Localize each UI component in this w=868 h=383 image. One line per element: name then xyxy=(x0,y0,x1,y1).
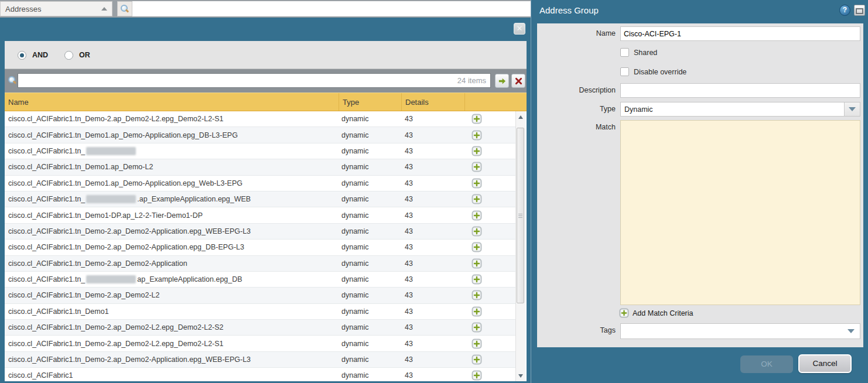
and-radio[interactable] xyxy=(18,51,26,60)
row-type: dynamic xyxy=(341,304,400,319)
and-radio-label: AND xyxy=(32,51,48,59)
column-header-type[interactable]: Type xyxy=(339,93,401,111)
plus-icon xyxy=(471,146,482,156)
row-details: 43 xyxy=(405,336,463,351)
add-address-button[interactable] xyxy=(471,258,482,269)
object-type-dropdown[interactable]: Addresses xyxy=(0,1,112,16)
table-row[interactable]: cisco.cl_ACIFabric1.tn_Demo1 dynamic 43 xyxy=(5,304,515,320)
description-field[interactable] xyxy=(620,83,860,98)
match-textarea[interactable] xyxy=(620,120,860,305)
add-address-button[interactable] xyxy=(471,114,482,124)
table-row[interactable]: cisco.cl_ACIFabric1.tn_Demo-2.ap_Demo2-L… xyxy=(5,336,515,351)
table-row[interactable]: cisco.cl_ACIFabric1.tn_Demo-2.ap_Demo2-A… xyxy=(5,256,515,272)
table-row[interactable]: cisco.cl_ACIFabric1.tn_Demo1.ap_Demo-L2 … xyxy=(5,159,515,175)
add-address-button[interactable] xyxy=(471,274,482,285)
table-body: cisco.cl_ACIFabric1.tn_Demo-2.ap_Demo2-L… xyxy=(5,111,515,381)
add-address-button[interactable] xyxy=(471,162,482,172)
name-field[interactable] xyxy=(620,26,860,41)
ok-button[interactable]: OK xyxy=(740,355,793,373)
column-header-details[interactable]: Details xyxy=(401,93,464,111)
row-details: 43 xyxy=(405,240,463,255)
add-address-button[interactable] xyxy=(471,130,482,141)
column-header-action xyxy=(464,93,527,111)
table-row[interactable]: cisco.cl_ACIFabric1.tn_ap_ExampleApplica… xyxy=(5,272,515,288)
table-row[interactable]: cisco.cl_ACIFabric1.tn_Demo1.ap_Demo-App… xyxy=(5,127,515,143)
tags-dropdown[interactable] xyxy=(620,323,860,339)
red-x-icon xyxy=(515,77,522,85)
vertical-scrollbar[interactable] xyxy=(515,111,525,381)
row-name: cisco.cl_ACIFabric1.tn_.ap_ExampleApplic… xyxy=(8,192,336,207)
plus-icon xyxy=(471,242,482,252)
table-row[interactable]: cisco.cl_ACIFabric1.tn_Demo-2.ap_Demo2-L… xyxy=(5,288,515,303)
add-address-button[interactable] xyxy=(471,146,482,156)
apply-filter-button[interactable] xyxy=(495,74,509,88)
table-row[interactable]: cisco.cl_ACIFabric1.tn_Demo-2.ap_Demo2-A… xyxy=(5,240,515,255)
row-name: cisco.cl_ACIFabric1.tn_Demo-2.ap_Demo2-A… xyxy=(8,256,336,271)
column-header-name[interactable]: Name xyxy=(5,93,339,111)
or-radio[interactable] xyxy=(64,51,73,60)
add-address-button[interactable] xyxy=(471,370,482,381)
redacted-text xyxy=(86,147,136,155)
table-row[interactable]: cisco.cl_ACIFabric1.tn_Demo1-DP.ap_L2-2-… xyxy=(5,207,515,223)
table-row[interactable]: cisco.cl_ACIFabric1.tn_Demo-2.ap_Demo2-A… xyxy=(5,224,515,240)
address-filter-input[interactable] xyxy=(18,74,457,87)
add-address-button[interactable] xyxy=(471,226,482,237)
shared-checkbox[interactable] xyxy=(620,48,629,57)
row-name: cisco.cl_ACIFabric1.tn_Demo-2.ap_Demo2-A… xyxy=(8,224,336,239)
close-icon[interactable]: ✕ xyxy=(514,23,525,35)
table-row[interactable]: cisco.cl_ACIFabric1.tn_Demo-2.ap_Demo2-L… xyxy=(5,320,515,336)
row-name: cisco.cl_ACIFabric1.tn_Demo1-DP.ap_L2-2-… xyxy=(8,207,336,223)
row-name: cisco.cl_ACIFabric1.tn_Demo-2.ap_Demo2-L… xyxy=(8,320,336,335)
dropdown-arrow-box[interactable] xyxy=(844,102,860,116)
scroll-up-icon[interactable] xyxy=(516,112,525,121)
add-address-button[interactable] xyxy=(471,290,482,300)
cancel-button[interactable]: Cancel xyxy=(798,354,852,373)
clear-filter-button[interactable] xyxy=(511,74,525,88)
table-row[interactable]: cisco.cl_ACIFabric1.tn_Demo1.ap_Demo-App… xyxy=(5,176,515,192)
window-restore-icon[interactable] xyxy=(854,5,865,16)
row-details: 43 xyxy=(405,207,463,223)
table-row[interactable]: cisco.cl_ACIFabric1.tn_.ap_ExampleApplic… xyxy=(5,192,515,207)
table-row[interactable]: cisco.cl_ACIFabric1.tn_Demo-2.ap_Demo2-L… xyxy=(5,111,515,127)
row-type: dynamic xyxy=(341,143,400,159)
row-type: dynamic xyxy=(341,192,400,207)
address-group-dialog: Address Group ? Name Shared Disable over… xyxy=(531,0,868,383)
type-dropdown[interactable]: Dynamic xyxy=(620,102,860,117)
table-row[interactable]: cisco.cl_ACIFabric1 dynamic 43 xyxy=(5,368,515,381)
row-details: 43 xyxy=(405,352,463,367)
scrollbar-thumb[interactable] xyxy=(517,128,524,303)
disable-override-label: Disable override xyxy=(634,68,686,76)
add-address-button[interactable] xyxy=(471,242,482,252)
add-address-button[interactable] xyxy=(471,354,482,365)
row-type: dynamic xyxy=(341,127,400,142)
add-address-button[interactable] xyxy=(471,338,482,349)
add-address-button[interactable] xyxy=(471,306,482,317)
table-row[interactable]: cisco.cl_ACIFabric1.tn_ dynamic 43 xyxy=(5,143,515,159)
row-name: cisco.cl_ACIFabric1.tn_Demo-2.ap_Demo2-L… xyxy=(8,336,336,351)
scroll-down-icon[interactable] xyxy=(516,371,525,380)
row-name: cisco.cl_ACIFabric1.tn_Demo-2.ap_Demo2-L… xyxy=(8,111,336,126)
help-icon[interactable]: ? xyxy=(839,5,850,16)
row-details: 43 xyxy=(405,192,463,207)
dialog-title: Address Group xyxy=(539,5,599,15)
row-name: cisco.cl_ACIFabric1.tn_ap_ExampleApplica… xyxy=(8,272,336,287)
disable-override-checkbox[interactable] xyxy=(620,67,629,76)
address-group-form: Name Shared Disable override Description… xyxy=(537,23,863,347)
add-address-button[interactable] xyxy=(471,322,482,333)
add-address-button[interactable] xyxy=(471,210,482,221)
add-match-criteria-button[interactable]: Add Match Criteria xyxy=(619,308,693,318)
row-name: cisco.cl_ACIFabric1.tn_Demo-2.ap_Demo2-A… xyxy=(8,352,336,367)
toolbar-search-input[interactable] xyxy=(132,1,532,16)
add-address-button[interactable] xyxy=(471,194,482,204)
description-label: Description xyxy=(537,86,616,94)
row-details: 43 xyxy=(405,368,463,381)
plus-icon xyxy=(471,274,482,285)
redacted-text xyxy=(86,195,136,203)
row-type: dynamic xyxy=(341,111,400,126)
plus-icon xyxy=(471,338,482,349)
table-row[interactable]: cisco.cl_ACIFabric1.tn_Demo-2.ap_Demo2-A… xyxy=(5,352,515,368)
name-label: Name xyxy=(537,29,616,37)
toolbar-search-button[interactable] xyxy=(117,1,132,16)
search-icon xyxy=(121,5,129,13)
add-address-button[interactable] xyxy=(471,178,482,189)
